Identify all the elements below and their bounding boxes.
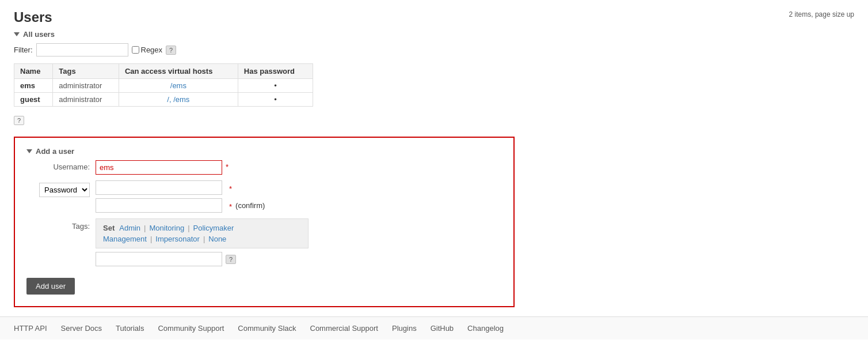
tag-admin[interactable]: Admin (119, 224, 140, 232)
regex-label: Regex (141, 46, 163, 54)
footer-link-plugins[interactable]: Plugins (392, 324, 417, 333)
filter-row: Filter: Regex ? (14, 43, 854, 56)
tags-label: Tags: (26, 218, 96, 231)
username-input[interactable] (96, 160, 222, 175)
password-input[interactable] (96, 180, 222, 195)
tag-monitoring[interactable]: Monitoring (149, 224, 184, 232)
collapse-icon[interactable] (14, 32, 20, 36)
tags-section: Tags: Set Admin | Monitoring | Policymak… (26, 218, 502, 266)
table-help-badge[interactable]: ? (14, 116, 24, 125)
col-password: Has password (238, 64, 313, 79)
footer-link-tutorials[interactable]: Tutorials (116, 324, 144, 333)
user-name[interactable]: ems (14, 79, 53, 93)
tags-controls: Set Admin | Monitoring | Policymaker Man… (96, 218, 309, 266)
col-tags: Tags (53, 64, 119, 79)
password-type-select[interactable]: Password Hash (39, 183, 90, 197)
footer-link-community-support[interactable]: Community Support (158, 324, 224, 333)
page-title: Users (14, 9, 854, 25)
add-user-section: Add a user Username: * Password Hash * (14, 137, 515, 307)
table-row: guestadministrator/, /ems• (14, 93, 313, 107)
add-user-collapse-icon[interactable] (26, 149, 32, 153)
user-has-password: • (238, 79, 313, 93)
items-info: 2 items, page size up (789, 10, 854, 18)
username-row: Username: * (26, 160, 502, 175)
confirm-required: * (229, 200, 232, 211)
user-vhosts: /, /ems (119, 93, 238, 107)
col-name: Name (14, 64, 53, 79)
users-table: Name Tags Can access virtual hosts Has p… (14, 63, 313, 107)
add-user-label: Add a user (36, 147, 74, 156)
footer-link-changelog[interactable]: Changelog (467, 324, 504, 333)
username-label: Username: (26, 160, 96, 171)
tag-none[interactable]: None (208, 235, 226, 243)
tags-set-label: Set (103, 224, 115, 232)
regex-checkbox[interactable] (132, 46, 139, 54)
user-name[interactable]: guest (14, 93, 53, 107)
tag-impersonator[interactable]: Impersonator (155, 235, 200, 243)
tag-management[interactable]: Management (103, 235, 147, 243)
tag-policymaker[interactable]: Policymaker (193, 224, 234, 232)
password-confirm-input[interactable] (96, 198, 222, 213)
all-users-section-header: All users (14, 30, 854, 39)
password-label-container: Password Hash (26, 180, 96, 197)
footer-link-server-docs[interactable]: Server Docs (61, 324, 102, 333)
user-has-password: • (238, 93, 313, 107)
regex-label-container: Regex (132, 46, 163, 54)
col-vhosts: Can access virtual hosts (119, 64, 238, 79)
footer-link-http-api[interactable]: HTTP API (14, 324, 47, 333)
password-row: Password Hash * * (confirm) (26, 180, 502, 213)
filter-help-badge[interactable]: ? (166, 46, 176, 55)
tags-help-badge[interactable]: ? (226, 255, 236, 264)
user-vhosts: /ems (119, 79, 238, 93)
table-header-row: Name Tags Can access virtual hosts Has p… (14, 64, 313, 79)
filter-label: Filter: (14, 46, 33, 54)
tags-preset-buttons: Set Admin | Monitoring | Policymaker Man… (96, 218, 309, 248)
footer-link-commercial-support[interactable]: Commercial Support (310, 324, 379, 333)
add-user-section-header: Add a user (26, 147, 502, 156)
password-inputs: * * (confirm) (96, 180, 265, 213)
tags-input[interactable] (96, 252, 222, 266)
user-tags: administrator (53, 79, 119, 93)
footer-link-github[interactable]: GitHub (431, 324, 454, 333)
username-required: * (226, 160, 229, 171)
user-tags: administrator (53, 93, 119, 107)
add-user-button[interactable]: Add user (26, 278, 75, 295)
all-users-label: All users (23, 30, 55, 39)
confirm-label: (confirm) (235, 201, 265, 210)
filter-input[interactable] (36, 43, 128, 56)
password-required: * (229, 182, 232, 193)
table-row: emsadministrator/ems• (14, 79, 313, 93)
footer-link-community-slack[interactable]: Community Slack (238, 324, 296, 333)
footer: HTTP APIServer DocsTutorialsCommunity Su… (0, 316, 868, 340)
